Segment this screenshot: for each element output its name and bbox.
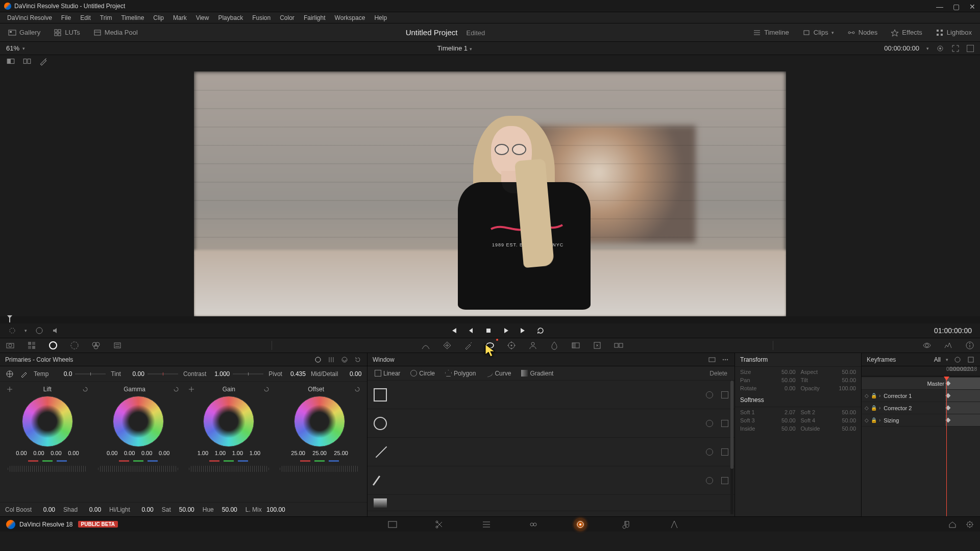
loop-button[interactable] [536,327,545,335]
expand-view-icon[interactable] [951,44,960,53]
offset-wheel[interactable] [294,396,345,447]
soft2-value[interactable]: 50.00 [842,409,856,415]
tracker-tab[interactable] [506,340,517,350]
lock-icon[interactable]: 🔒 [871,417,877,423]
viewer[interactable]: 1989 EST. BROOKLYN, NYC [0,67,980,316]
window-row-polygon[interactable] [368,438,734,466]
mask-toggle-icon[interactable] [721,448,728,456]
menu-mark[interactable]: Mark [169,13,191,22]
pivot-value[interactable]: 0.435 [285,370,306,378]
primaries-reset-icon[interactable] [354,356,362,364]
contrast-slider[interactable] [233,373,263,374]
qualifier-tab[interactable] [463,340,474,350]
gain-jog[interactable] [189,466,268,472]
window-tab[interactable] [485,340,495,350]
menu-playback[interactable]: Playback [214,13,247,22]
lift-reset-icon[interactable] [82,386,89,393]
linear-shape-button[interactable]: Linear [372,369,403,378]
keyframe-add-icon[interactable] [953,356,962,364]
motion-effects-tab[interactable] [112,340,122,350]
timeline-panel-button[interactable]: Timeline [750,27,792,39]
delete-shape-button[interactable]: Delete [706,369,730,378]
home-icon[interactable] [948,520,957,529]
keyframes-view-icon[interactable] [922,340,932,350]
scrubber-playhead[interactable] [9,317,10,322]
mask-toggle-icon[interactable] [721,391,728,398]
zoom-level[interactable]: 61% [6,44,19,52]
viewer-canvas[interactable]: 1989 EST. BROOKLYN, NYC [194,71,786,316]
window-row-circle[interactable] [368,409,734,438]
window-options-icon[interactable] [721,356,729,364]
menu-davinci[interactable]: DaVinci Resolve [3,13,56,22]
auto-balance-icon[interactable] [5,369,14,379]
gamma-wheel[interactable] [113,396,164,447]
temp-slider[interactable] [75,373,106,374]
rotate-value[interactable]: 0.00 [785,385,795,391]
sat-value[interactable]: 50.00 [174,506,194,513]
tilt-value[interactable]: 50.00 [842,377,856,383]
play-button[interactable] [502,327,510,335]
window-presets-icon[interactable] [708,356,716,364]
soft4-value[interactable]: 50.00 [842,417,856,423]
window-row-linear[interactable] [368,381,734,409]
prev-frame-button[interactable] [467,327,475,335]
gradient-shape-button[interactable]: Gradient [518,369,556,378]
last-frame-button[interactable] [519,327,527,335]
size-value[interactable]: 50.00 [781,369,796,375]
hdr-wheels-tab[interactable] [69,340,80,350]
scopes-icon[interactable] [943,340,953,350]
mask-invert-icon[interactable] [706,477,713,484]
colboost-value[interactable]: 0.00 [35,506,55,513]
info-icon[interactable] [965,340,975,350]
gain-reset-icon[interactable] [263,386,270,393]
outside-value[interactable]: 50.00 [842,425,856,432]
timecode-dropdown-icon[interactable]: ▾ [926,46,929,51]
bars-mode-icon[interactable] [327,356,335,364]
luts-button[interactable]: LUTs [51,27,83,39]
highlight-magic-icon[interactable] [39,57,48,66]
mask-invert-icon[interactable] [706,391,713,398]
stop-button[interactable] [484,327,493,335]
menu-color[interactable]: Color [276,13,299,22]
lift-values[interactable]: 0.000.000.000.00 [14,450,81,456]
fusion-page-button[interactable] [528,519,539,530]
pick-white-icon[interactable] [19,369,29,379]
source-timecode[interactable]: 00:00:00:00 [884,44,919,52]
polygon-shape-button[interactable]: Polygon [442,369,479,378]
soft3-value[interactable]: 50.00 [781,417,796,423]
offset-jog[interactable] [280,466,359,472]
record-timecode[interactable]: 01:00:00:00 [934,327,972,335]
nodes-panel-button[interactable]: Nodes [844,27,881,39]
hilight-value[interactable]: 0.00 [133,506,154,513]
gain-values[interactable]: 1.001.001.001.00 [195,450,262,456]
lift-wheel[interactable] [22,396,73,447]
viewer-scrubber[interactable] [0,316,980,323]
sizing-tab[interactable] [592,340,602,350]
camera-raw-tab[interactable] [5,340,15,350]
window-minimize-button[interactable]: — [936,3,943,10]
gamma-jog[interactable] [98,466,178,472]
window-close-button[interactable]: ✕ [969,3,976,10]
lift-jog[interactable] [8,466,87,472]
gamma-reset-icon[interactable] [173,386,180,393]
opacity-value[interactable]: 100.00 [839,385,856,391]
keyframe-track-master[interactable]: Master [862,378,980,390]
menu-view[interactable]: View [192,13,213,22]
menu-fusion[interactable]: Fusion [248,13,275,22]
lift-picker-icon[interactable] [6,386,13,393]
aspect-value[interactable]: 50.00 [842,369,856,375]
keyframes-playhead[interactable] [946,377,947,516]
tint-slider[interactable] [148,373,178,374]
menu-fairlight[interactable]: Fairlight [300,13,330,22]
keyframes-expand-icon[interactable] [967,356,975,364]
timeline-dropdown-icon[interactable]: ▾ [470,46,472,52]
curves-tab[interactable] [421,340,431,350]
effects-panel-button[interactable]: Effects [888,27,925,39]
menu-file[interactable]: File [57,13,75,22]
mask-toggle-icon[interactable] [721,420,728,427]
menu-workspace[interactable]: Workspace [331,13,370,22]
keyframe-track-corrector-2[interactable]: ◇🔒› Corrector 2 [862,402,980,414]
fairlight-page-button[interactable] [622,519,633,530]
menu-edit[interactable]: Edit [76,13,95,22]
menu-clip[interactable]: Clip [149,13,168,22]
